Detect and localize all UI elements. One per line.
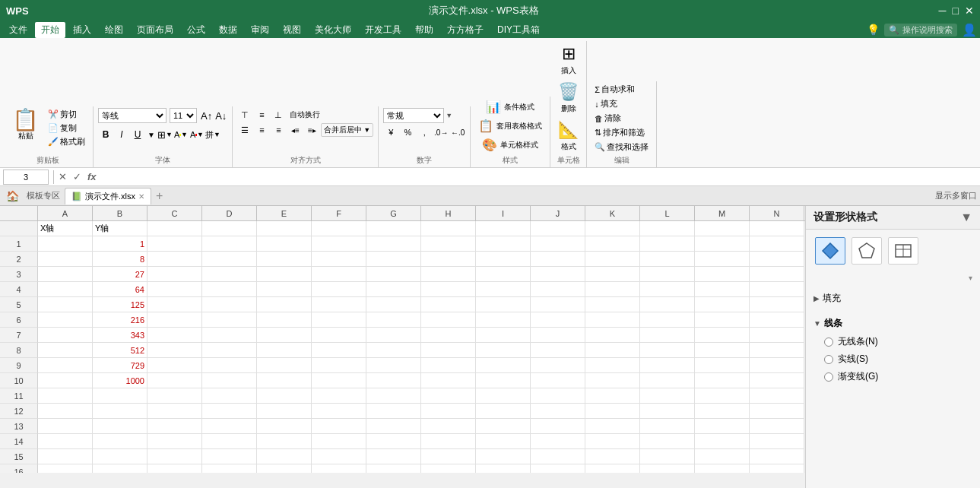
cell-H6[interactable] (421, 297, 476, 312)
cell-style-button[interactable]: 🎨 单元格样式 (475, 136, 545, 154)
cell-F7[interactable] (312, 312, 366, 328)
cell-E7[interactable] (257, 312, 312, 328)
tab-close-icon[interactable]: ✕ (138, 192, 144, 201)
bold-button[interactable]: B (98, 127, 113, 142)
cell-J5[interactable] (531, 282, 585, 297)
cell-D8[interactable] (202, 328, 257, 343)
align-top-button[interactable]: ⊤ (237, 108, 252, 122)
cell-G11[interactable] (366, 373, 421, 388)
menu-page-layout[interactable]: 页面布局 (131, 22, 179, 38)
cell-J9[interactable] (531, 343, 585, 358)
cell-K5[interactable] (585, 282, 640, 297)
cell-A7[interactable] (38, 312, 93, 328)
cell-A9[interactable] (38, 343, 93, 358)
cell-E3[interactable] (257, 252, 312, 267)
cell-K2[interactable] (585, 236, 640, 252)
cell-L9[interactable] (640, 343, 695, 358)
cell-C11[interactable] (147, 373, 202, 388)
col-header-G[interactable]: G (366, 206, 421, 220)
font-decrease-button[interactable]: A↓ (214, 109, 227, 122)
cell-M5[interactable] (695, 282, 750, 297)
decrease-decimal-button[interactable]: .0→ (433, 125, 449, 139)
border-arrow[interactable]: ▼ (166, 131, 173, 138)
cell-M9[interactable] (695, 343, 750, 358)
autosum-button[interactable]: Σ 自动求和 (591, 83, 652, 96)
col-header-A[interactable]: A (38, 206, 93, 220)
cell-K9[interactable] (585, 343, 640, 358)
paste-button[interactable]: 📋 粘贴 (8, 108, 43, 143)
col-header-J[interactable]: J (531, 206, 585, 220)
cell-H10[interactable] (421, 358, 476, 373)
align-bottom-button[interactable]: ⊥ (271, 108, 286, 122)
cell-F4[interactable] (312, 267, 366, 282)
cell-B5[interactable]: 64 (93, 282, 147, 297)
cell-F11[interactable] (312, 373, 366, 388)
cell-E1[interactable] (257, 221, 312, 236)
cell-N10[interactable] (750, 358, 804, 373)
merge-center-arrow[interactable]: ▼ (363, 126, 370, 134)
cell-I8[interactable] (476, 328, 531, 343)
cell-B11[interactable]: 1000 (93, 373, 147, 388)
find-select-button[interactable]: 🔍 查找和选择 (591, 141, 652, 154)
cell-M1[interactable] (695, 221, 750, 236)
cell-J10[interactable] (531, 358, 585, 373)
cell-K4[interactable] (585, 267, 640, 282)
col-header-H[interactable]: H (421, 206, 476, 220)
cell-F6[interactable] (312, 297, 366, 312)
cell-G6[interactable] (366, 297, 421, 312)
underline-button[interactable]: U (130, 127, 145, 142)
name-box[interactable] (3, 170, 49, 185)
cell-L7[interactable] (640, 312, 695, 328)
cell-H5[interactable] (421, 282, 476, 297)
cell-I10[interactable] (476, 358, 531, 373)
cell-J7[interactable] (531, 312, 585, 328)
thousand-button[interactable]: , (417, 125, 432, 139)
cell-B9[interactable]: 512 (93, 343, 147, 358)
increase-indent-button[interactable]: ≡▸ (304, 123, 319, 137)
col-header-E[interactable]: E (257, 206, 312, 220)
cell-E6[interactable] (257, 297, 312, 312)
cell-G7[interactable] (366, 312, 421, 328)
percent-button[interactable]: % (400, 125, 415, 139)
cell-B8[interactable]: 343 (93, 328, 147, 343)
menu-beautify[interactable]: 美化大师 (309, 22, 357, 38)
cell-H3[interactable] (421, 252, 476, 267)
cell-F10[interactable] (312, 358, 366, 373)
align-center-button[interactable]: ≡ (254, 123, 269, 137)
special-format-arrow[interactable]: ▼ (214, 131, 220, 138)
cell-A1-header[interactable]: X轴 (38, 221, 93, 236)
cell-B10[interactable]: 729 (93, 358, 147, 373)
insert-cell-button[interactable]: ⊞ 插入 (555, 43, 582, 78)
fill-button[interactable]: ↓ 填充 (591, 97, 652, 110)
cell-L4[interactable] (640, 267, 695, 282)
cell-N6[interactable] (750, 297, 804, 312)
cell-I5[interactable] (476, 282, 531, 297)
cell-J3[interactable] (531, 252, 585, 267)
cell-F9[interactable] (312, 343, 366, 358)
cell-K10[interactable] (585, 358, 640, 373)
conditional-format-button[interactable]: 📊 条件格式 (475, 98, 545, 116)
insert-function-icon[interactable]: fx (87, 171, 97, 182)
col-header-C[interactable]: C (147, 206, 202, 220)
maximize-icon[interactable]: □ (953, 5, 959, 17)
gradient-line-radio[interactable] (824, 372, 833, 382)
cell-H1[interactable] (421, 221, 476, 236)
cell-F1[interactable] (312, 221, 366, 236)
decrease-indent-button[interactable]: ◂≡ (287, 123, 303, 137)
cell-J1[interactable] (531, 221, 585, 236)
cell-E11[interactable] (257, 373, 312, 388)
cell-M10[interactable] (695, 358, 750, 373)
no-line-option[interactable]: 无线条(N) (806, 333, 980, 350)
cell-I1[interactable] (476, 221, 531, 236)
cell-I9[interactable] (476, 343, 531, 358)
cell-L6[interactable] (640, 297, 695, 312)
cell-A5[interactable] (38, 282, 93, 297)
cell-B1-header[interactable]: Y轴 (93, 221, 147, 236)
cell-I6[interactable] (476, 297, 531, 312)
cell-H2[interactable] (421, 236, 476, 252)
cell-D4[interactable] (202, 267, 257, 282)
cell-C5[interactable] (147, 282, 202, 297)
wrap-text-button[interactable]: 自动换行 (287, 108, 322, 122)
tab-home-icon[interactable]: 🏠 (3, 189, 22, 204)
merge-center-button[interactable]: 合并后居中 ▼ (321, 123, 373, 137)
